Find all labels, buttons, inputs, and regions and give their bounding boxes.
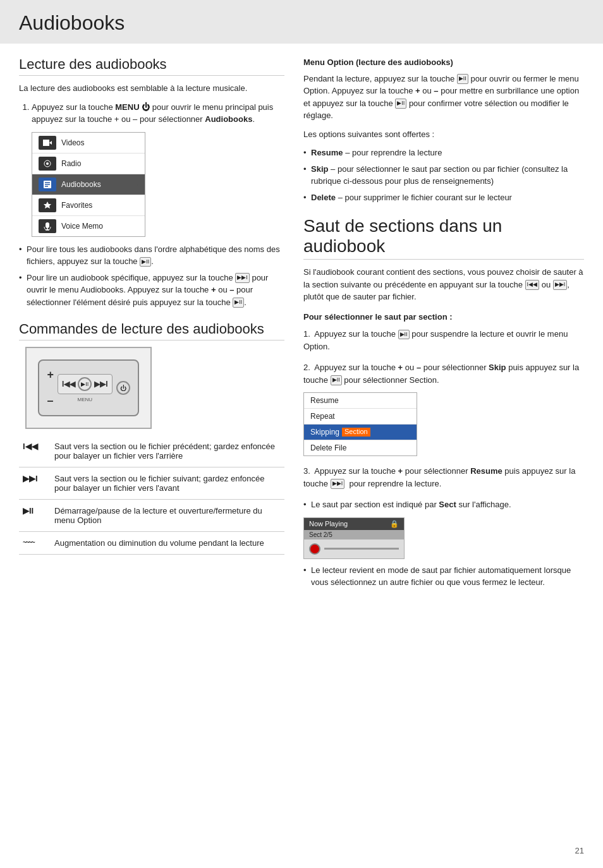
bullet-all-audiobooks: Pour lire tous les audiobooks dans l'ord… xyxy=(19,243,284,268)
lecture-steps: Appuyez sur la touche MENU ⏻ pour ouvrir… xyxy=(32,101,284,126)
skip-menu-repeat: Repeat xyxy=(304,409,417,425)
favorites-label: Favorites xyxy=(61,201,92,210)
lecture-intro: La lecture des audiobooks est semblable … xyxy=(19,82,284,95)
skip-back-symbol: I◀◀ xyxy=(19,435,51,467)
audiobooks-menu-label: Audiobooks xyxy=(61,180,101,189)
menu-bold: MENU ⏻ xyxy=(115,102,150,112)
svg-marker-8 xyxy=(44,202,51,208)
skip-back-desc: Saut vers la section ou le fichier précé… xyxy=(51,435,284,467)
bullet-specific-audiobook: Pour lire un audiobook spécifique, appuy… xyxy=(19,272,284,309)
skip-fwd-btn: ▶▶I xyxy=(94,380,107,389)
now-playing-title: Now Playing xyxy=(309,520,348,527)
menu-option-section: Menu Option (lecture des audiobooks) Pen… xyxy=(303,56,584,203)
step-2-text: 2. Appuyez sur la touche + ou – pour sél… xyxy=(303,361,584,386)
step-1-text: 1. Appuyez sur la touche ▶II pour suspen… xyxy=(303,328,584,353)
option-delete: Delete – pour supprimer le fichier coura… xyxy=(303,191,584,204)
minus-button: – xyxy=(47,394,54,407)
lecture-section: Lecture des audiobooks La lecture des au… xyxy=(19,56,284,308)
now-playing-header: Now Playing 🔒 xyxy=(304,518,404,530)
saut-bullets-2: Le lecteur revient en mode de saut par f… xyxy=(303,564,584,589)
option-skip: Skip – pour sélectionner le saut par sec… xyxy=(303,163,584,188)
minus-ref: – xyxy=(434,86,438,95)
skip-menu-delete: Delete File xyxy=(304,440,417,455)
nav-buttons: I◀◀ ▶II ▶▶I xyxy=(58,374,113,394)
audiobooks-bold: Audiobooks xyxy=(205,114,252,124)
progress-circle xyxy=(309,543,320,555)
skip-menu: Resume Repeat Skipping Section Delete Fi… xyxy=(303,392,417,456)
menu-row-voicememo: Voice Memo xyxy=(32,216,145,236)
right-column: Menu Option (lecture des audiobooks) Pen… xyxy=(303,56,584,595)
control-row-volume: ~~~~ Augmentation ou diminution du volum… xyxy=(19,532,284,555)
saut-bullets: Le saut par section est indiqué par Sect… xyxy=(303,498,584,511)
option-resume: Resume – pour reprendre la lecture xyxy=(303,147,584,159)
skip-menu-skipping: Skipping Section xyxy=(304,425,417,440)
controls-table: I◀◀ Saut vers la section ou le fichier p… xyxy=(19,435,284,555)
minus-bold: – xyxy=(229,285,234,294)
lock-icon: 🔒 xyxy=(390,520,399,528)
pour-selectionner-title: Pour sélectionner le saut par section : xyxy=(303,311,584,323)
menu-btn-label: MENU xyxy=(77,397,92,402)
radio-icon xyxy=(39,157,56,171)
device-controls: + – I◀◀ ▶II ▶▶I xyxy=(47,368,130,407)
audiobooks-icon xyxy=(39,178,56,191)
saut-section: Saut de sections dans un audiobook Si l'… xyxy=(303,216,584,589)
skip-fwd-symbol: ▶▶I xyxy=(19,467,51,500)
svg-point-3 xyxy=(46,162,49,165)
device-image: + – I◀◀ ▶II ▶▶I xyxy=(25,347,152,429)
svg-rect-0 xyxy=(43,140,49,146)
device-inner: + – I◀◀ ▶II ▶▶I xyxy=(38,359,139,416)
power-btn: ⏻ xyxy=(116,381,130,395)
play-pause-icon-2: ▶II xyxy=(233,298,244,308)
saut-intro: Si l'audiobook courant contient des sect… xyxy=(303,266,584,303)
page-title: Audiobooks xyxy=(19,11,584,35)
audiobooks-arrow: › xyxy=(136,180,138,189)
plus-button: + xyxy=(47,368,54,382)
videos-icon xyxy=(39,136,56,150)
options-intro: Les options suivantes sont offertes : xyxy=(303,128,584,141)
volume-symbol: ~~~~ xyxy=(19,532,51,555)
lecture-step-1: Appuyez sur la touche MENU ⏻ pour ouvrir… xyxy=(32,101,284,126)
now-playing-display: Now Playing 🔒 Sect 2/5 xyxy=(303,517,405,559)
voicememo-icon xyxy=(39,219,56,233)
skip-menu-resume: Resume xyxy=(304,393,417,409)
menu-image: Videos Radio Audiobooks › xyxy=(32,132,145,237)
control-row-fwd: ▶▶I Saut vers la section ou le fichier s… xyxy=(19,467,284,500)
voicememo-label: Voice Memo xyxy=(61,222,103,231)
videos-label: Videos xyxy=(61,138,84,147)
skip-fwd-desc: Saut vers la section ou le fichier suiva… xyxy=(51,467,284,500)
play-icon: ▶II xyxy=(81,381,88,387)
menu-row-audiobooks: Audiobooks › xyxy=(32,174,145,195)
step-2-item: 2. Appuyez sur la touche + ou – pour sél… xyxy=(303,361,584,456)
skip-fwd-icon-3: ▶▶I xyxy=(331,479,345,489)
play-pause-icon-6: ▶II xyxy=(331,375,342,385)
section-label: Section xyxy=(342,428,370,437)
page-header: Audiobooks xyxy=(0,0,603,44)
plus-ref: + xyxy=(415,86,420,95)
play-pause-icon-4: ▶II xyxy=(395,99,406,109)
skip-back-icon-2: I◀◀ xyxy=(525,280,540,290)
favorites-icon xyxy=(39,198,56,212)
step-3-text: 3. Appuyez sur la touche + pour sélectio… xyxy=(303,465,584,490)
commandes-section: Commandes de lecture des audiobooks + – … xyxy=(19,321,284,555)
svg-rect-9 xyxy=(46,222,49,228)
control-row-play: ▶II Démarrage/pause de la lecture et ouv… xyxy=(19,500,284,532)
play-pause-icon-3: ▶II xyxy=(457,74,468,84)
menu-row-videos: Videos xyxy=(32,133,145,154)
play-btn: ▶II xyxy=(78,377,92,391)
plus-bold: + xyxy=(211,285,216,294)
page-number: 21 xyxy=(575,846,584,855)
power-icon: ⏻ xyxy=(120,385,126,392)
volume-desc: Augmentation ou diminution du volume pen… xyxy=(51,532,284,555)
svg-marker-1 xyxy=(49,141,52,145)
now-playing-bar xyxy=(304,539,404,558)
progress-line xyxy=(324,548,399,550)
skip-fwd-icon-2: ▶▶I xyxy=(553,280,568,290)
lecture-section-title: Lecture des audiobooks xyxy=(19,56,284,76)
page: Audiobooks Lecture des audiobooks La lec… xyxy=(0,0,603,868)
bullet-sect-display: Le saut par section est indiqué par Sect… xyxy=(303,498,584,511)
lecture-bullets: Pour lire tous les audiobooks dans l'ord… xyxy=(19,243,284,309)
menu-row-favorites: Favorites xyxy=(32,195,145,216)
plus-minus-col: + – xyxy=(47,368,54,407)
menu-row-radio: Radio xyxy=(32,154,145,174)
skipping-label: Skipping xyxy=(310,428,339,437)
